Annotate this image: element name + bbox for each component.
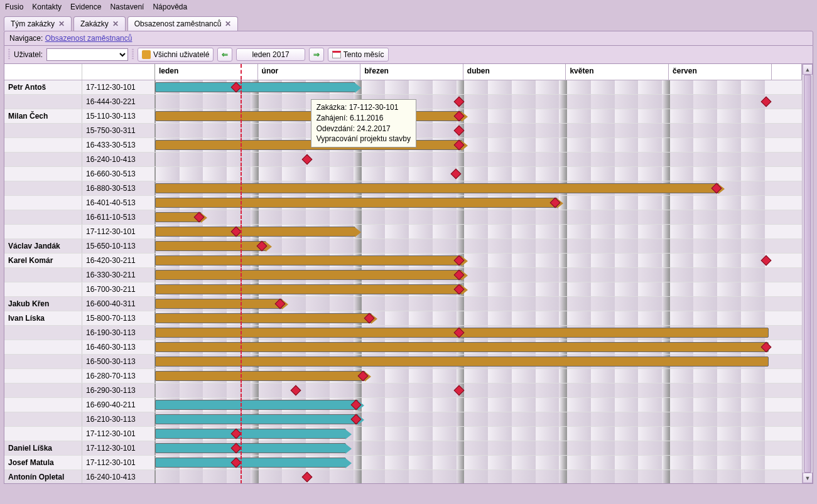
order-code: 16-700-30-211 <box>82 282 155 296</box>
tab[interactable]: Obsazenost zaměstnanců✕ <box>127 16 239 31</box>
gantt-row: 16-880-30-513 <box>4 181 802 196</box>
scrollbar-vertical[interactable]: ▲ ▼ <box>802 64 813 483</box>
today-line <box>241 340 242 354</box>
timeline-cell[interactable] <box>155 80 802 94</box>
timeline-cell[interactable] <box>155 427 802 441</box>
timeline-cell[interactable] <box>155 383 802 397</box>
timeline-cell[interactable] <box>155 441 802 455</box>
milestone-diamond-icon[interactable] <box>302 154 313 165</box>
menu-item-fusio[interactable]: Fusio <box>5 3 23 11</box>
menubar: FusioKontaktyEvidenceNastaveníNápověda <box>0 0 817 14</box>
milestone-diamond-icon[interactable] <box>450 169 461 180</box>
menu-item-nápověda[interactable]: Nápověda <box>153 3 187 11</box>
timeline-cell[interactable] <box>155 311 802 325</box>
gantt-bar[interactable] <box>155 241 266 251</box>
gantt-bar[interactable] <box>155 198 558 208</box>
timeline-cell[interactable] <box>155 412 802 426</box>
timeline-cell[interactable] <box>155 138 802 152</box>
gantt-bar[interactable] <box>155 357 769 367</box>
tab[interactable]: Tým zakázky✕ <box>4 16 72 31</box>
gantt-row: 16-330-30-211 <box>4 268 802 282</box>
gantt-bar[interactable] <box>155 342 769 352</box>
gantt-bar[interactable] <box>155 429 346 439</box>
gantt-bar[interactable] <box>155 270 462 280</box>
timeline-cell[interactable] <box>155 369 802 383</box>
gantt-bar[interactable] <box>155 458 346 468</box>
menu-item-nastavení[interactable]: Nastavení <box>110 3 144 11</box>
today-line <box>241 109 242 123</box>
close-icon[interactable]: ✕ <box>58 19 65 28</box>
milestone-diamond-icon[interactable] <box>302 472 313 483</box>
timeline-cell[interactable] <box>155 340 802 354</box>
milestone-diamond-icon[interactable] <box>454 97 465 107</box>
user-select[interactable] <box>46 48 128 61</box>
timeline-cell[interactable] <box>155 398 802 412</box>
timeline-cell[interactable] <box>155 268 802 282</box>
next-period-button[interactable]: ⇒ <box>309 48 324 62</box>
gantt-row: 16-280-70-113 <box>4 369 802 383</box>
milestone-diamond-icon[interactable] <box>454 126 465 136</box>
close-icon[interactable]: ✕ <box>112 19 119 28</box>
gantt-bar[interactable] <box>155 400 359 410</box>
milestone-diamond-icon[interactable] <box>454 385 465 396</box>
order-code: 17-112-30-101 <box>82 80 155 94</box>
timeline-cell[interactable] <box>155 326 802 340</box>
this-month-button[interactable]: Tento měsíc <box>328 48 389 62</box>
timeline-cell[interactable] <box>155 470 802 483</box>
month-header-cell: červen <box>669 64 772 80</box>
timeline-cell[interactable] <box>155 225 802 239</box>
order-code: 16-290-30-113 <box>82 383 155 397</box>
close-icon[interactable]: ✕ <box>225 19 231 28</box>
gantt-bar[interactable] <box>155 284 462 294</box>
scroll-down-button[interactable]: ▼ <box>803 473 813 483</box>
gantt-row: 17-112-30-101 <box>4 225 802 239</box>
bar-end-arrow-icon <box>355 227 361 237</box>
gantt-bar[interactable] <box>155 227 355 237</box>
gantt-bar[interactable] <box>155 371 365 381</box>
gantt-row: Antonín Opletal16-240-10-413 <box>4 470 802 483</box>
gantt-row: Daniel Líška17-112-30-101 <box>4 441 802 456</box>
timeline-cell[interactable] <box>155 196 802 210</box>
scroll-up-button[interactable]: ▲ <box>803 64 813 75</box>
gantt-bar[interactable] <box>155 183 719 193</box>
toolbar-grip[interactable] <box>8 49 10 60</box>
nav-link[interactable]: Obsazenost zaměstnanců <box>45 34 133 43</box>
timeline-cell[interactable] <box>155 167 802 181</box>
menu-item-evidence[interactable]: Evidence <box>70 3 101 11</box>
timeline-cell[interactable] <box>155 210 802 224</box>
prev-period-button[interactable]: ⇐ <box>217 48 232 62</box>
gantt-bar[interactable] <box>155 414 359 424</box>
timeline-cell[interactable] <box>155 124 802 137</box>
milestone-diamond-icon[interactable] <box>761 255 772 266</box>
tooltip-line: Zahájení: 6.11.2016 <box>317 113 411 124</box>
timeline-cell[interactable] <box>155 153 802 166</box>
gantt-bar[interactable] <box>155 82 355 92</box>
scroll-thumb[interactable] <box>804 75 811 473</box>
timeline-cell[interactable] <box>155 355 802 368</box>
tab[interactable]: Zakázky✕ <box>73 16 126 31</box>
milestone-diamond-icon[interactable] <box>290 385 301 396</box>
timeline-cell[interactable] <box>155 456 802 469</box>
bar-end-arrow-icon <box>345 444 352 454</box>
toolbar-grip[interactable] <box>132 49 134 60</box>
arrow-left-icon: ⇐ <box>222 50 228 59</box>
gantt-row: Josef Matula17-112-30-101 <box>4 456 802 470</box>
employee-name <box>4 210 82 224</box>
timeline-cell[interactable] <box>155 95 802 109</box>
timeline-cell[interactable] <box>155 297 802 311</box>
menu-item-kontakty[interactable]: Kontakty <box>32 3 62 11</box>
timeline-cell[interactable] <box>155 239 802 253</box>
gantt-bar[interactable] <box>155 313 372 323</box>
order-code: 16-240-10-413 <box>82 153 155 166</box>
timeline-cell[interactable] <box>155 282 802 296</box>
timeline-cell[interactable] <box>155 181 802 195</box>
gantt-bar[interactable] <box>155 299 283 309</box>
gantt-bar[interactable] <box>155 255 462 265</box>
all-users-button[interactable]: Všichni uživatelé <box>138 48 214 62</box>
tooltip-line: Vypracování projektu stavby <box>317 134 411 144</box>
timeline-cell[interactable] <box>155 254 802 267</box>
milestone-diamond-icon[interactable] <box>761 97 772 107</box>
timeline-cell[interactable] <box>155 109 802 123</box>
gantt-row: 16-660-30-513 <box>4 167 802 181</box>
gantt-bar[interactable] <box>155 443 346 453</box>
